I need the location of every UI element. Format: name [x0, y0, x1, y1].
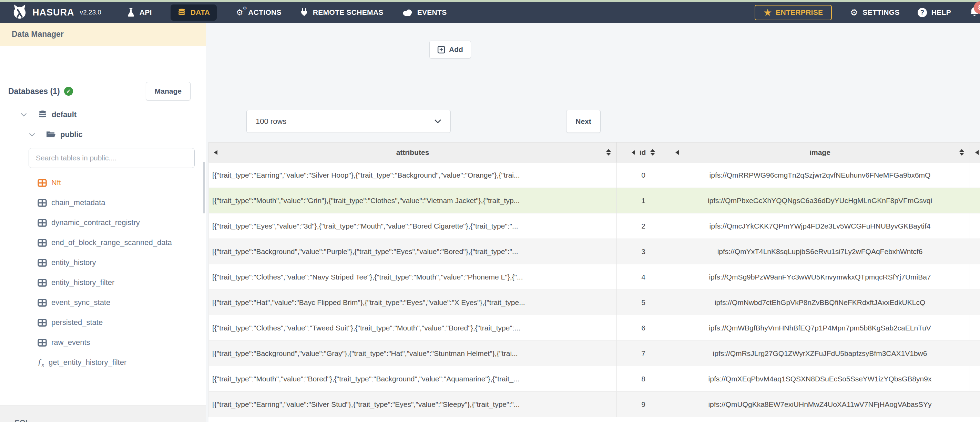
nav-menu: APIDATA⚙︎⚙︎ACTIONSREMOTE SCHEMASEVENTS	[127, 5, 447, 21]
cell-id[interactable]: 9	[617, 392, 670, 417]
sql-section-label[interactable]: SQL	[14, 418, 206, 422]
table-row[interactable]: [{"trait_type":"Earring","value":"Silver…	[208, 392, 980, 417]
table-row[interactable]: [{"trait_type":"Earring","value":"Silver…	[208, 162, 980, 188]
collapse-column-icon[interactable]	[675, 150, 679, 155]
nav-item-data[interactable]: DATA	[170, 5, 217, 21]
nav-item-actions[interactable]: ⚙︎⚙︎ACTIONS	[235, 8, 282, 16]
cell-image[interactable]: ipfs://QmWBgfBhyVmHNhBfEQ7p1P4Mpn7pm5b8K…	[670, 315, 970, 341]
sidebar-table-event_sync_state[interactable]: event_sync_state	[0, 293, 206, 313]
cell-overflow[interactable]	[970, 392, 980, 417]
cell-image[interactable]: ipfs://QmPbxeGcXhYQQNgsC6a36dDyYUcHgMLnG…	[670, 188, 970, 213]
table-grid-icon	[38, 299, 47, 307]
cell-overflow[interactable]	[970, 341, 980, 366]
cell-id[interactable]: 7	[617, 341, 670, 366]
table-row[interactable]: [{"trait_type":"Hat","value":"Bayc Flipp…	[208, 290, 980, 315]
cell-image[interactable]: ipfs://QmNwbd7ctEhGpVkP8nZvBBQfiNeFKRdxf…	[670, 290, 970, 315]
column-header-image[interactable]: image	[670, 142, 970, 162]
tree-node-database[interactable]: default	[0, 105, 206, 125]
sort-icon[interactable]	[650, 149, 655, 155]
sort-icon[interactable]	[959, 149, 964, 155]
sidebar-table-Nft[interactable]: Nft	[0, 173, 206, 193]
cell-overflow[interactable]	[970, 162, 980, 188]
cell-attributes[interactable]: [{"trait_type":"Clothes","value":"Tweed …	[208, 315, 617, 341]
next-page-button[interactable]: Next	[566, 110, 601, 133]
cell-attributes[interactable]: [{"trait_type":"Hat","value":"Bayc Flipp…	[208, 290, 617, 315]
notifications-button[interactable]: 8	[969, 5, 980, 19]
sidebar-table-dynamic_contract_registry[interactable]: dynamic_contract_registry	[0, 213, 206, 233]
table-row[interactable]: [{"trait_type":"Mouth","value":"Bored"},…	[208, 366, 980, 392]
search-tables-input[interactable]	[29, 148, 195, 168]
flask-icon	[127, 8, 135, 17]
sidebar-table-raw_events[interactable]: raw_events	[0, 333, 206, 352]
cell-attributes[interactable]: [{"trait_type":"Earring","value":"Silver…	[208, 392, 617, 417]
cell-overflow[interactable]	[970, 213, 980, 239]
cell-overflow[interactable]	[970, 290, 980, 315]
grid-header: attributesidimage	[208, 142, 980, 162]
cell-image[interactable]: ipfs://QmRsJLrg27GQ1ZWyrXZFuJFdU5bapfzsy…	[670, 341, 970, 366]
nav-item-settings[interactable]: ⚙︎ SETTINGS	[850, 7, 899, 18]
nav-item-help[interactable]: ? HELP	[918, 8, 951, 17]
cell-image[interactable]: ipfs://QmcJYkCKK7QPmYWjp4FD2e3Lv5WCGFuHN…	[670, 213, 970, 239]
gear-icon: ⚙︎	[850, 7, 858, 18]
cell-overflow[interactable]	[970, 315, 980, 341]
sidebar-scrollbar[interactable]	[203, 162, 205, 213]
column-header-attributes[interactable]: attributes	[208, 142, 617, 162]
table-row[interactable]: [{"trait_type":"Background","value":"Pur…	[208, 239, 980, 264]
cell-attributes[interactable]: [{"trait_type":"Clothes","value":"Navy S…	[208, 264, 617, 290]
connected-check-icon: ✓	[64, 87, 73, 96]
sidebar-table-entity_history[interactable]: entity_history	[0, 253, 206, 273]
cell-id[interactable]: 0	[617, 162, 670, 188]
cell-overflow[interactable]	[970, 264, 980, 290]
sidebar-footer[interactable]: SQL	[0, 406, 206, 422]
rows-per-page-select[interactable]: 100 rows	[247, 110, 451, 133]
table-row[interactable]: [{"trait_type":"Clothes","value":"Navy S…	[208, 264, 980, 290]
cell-image[interactable]: ipfs://QmXEqPbvM4aq1SQSXN8DSuEcSo5SseYW1…	[670, 366, 970, 392]
table-grid-icon	[38, 199, 47, 207]
cell-attributes[interactable]: [{"trait_type":"Background","value":"Pur…	[208, 239, 617, 264]
cell-attributes[interactable]: [{"trait_type":"Mouth","value":"Grin"},{…	[208, 188, 617, 213]
cell-attributes[interactable]: [{"trait_type":"Mouth","value":"Bored"},…	[208, 366, 617, 392]
nav-item-events[interactable]: EVENTS	[402, 8, 447, 16]
cell-attributes[interactable]: [{"trait_type":"Eyes","value":"3d"},{"tr…	[208, 213, 617, 239]
cell-image[interactable]: ipfs://QmRRPWG96cmgTn2qSzjwr2qvfNEuhunv6…	[670, 162, 970, 188]
cell-attributes[interactable]: [{"trait_type":"Background","value":"Gra…	[208, 341, 617, 366]
sidebar-table-chain_metadata[interactable]: chain_metadata	[0, 193, 206, 213]
table-row[interactable]: [{"trait_type":"Mouth","value":"Grin"},{…	[208, 188, 980, 213]
cell-image[interactable]: ipfs://QmYxT4LnK8sqLupjbS6eRvu1si7Ly2wFQ…	[670, 239, 970, 264]
cell-overflow[interactable]	[970, 188, 980, 213]
nav-item-api[interactable]: API	[127, 8, 152, 17]
column-header-id[interactable]: id	[617, 142, 670, 162]
brand[interactable]: HASURA v2.23.0	[12, 4, 101, 21]
cell-overflow[interactable]	[970, 239, 980, 264]
enterprise-button[interactable]: ★ ENTERPRISE	[755, 5, 832, 20]
sidebar-table-end_of_block_range_scanned_data[interactable]: end_of_block_range_scanned_data	[0, 233, 206, 253]
cell-overflow[interactable]	[970, 366, 980, 392]
cell-id[interactable]: 1	[617, 188, 670, 213]
tree-node-schema[interactable]: public	[0, 125, 206, 144]
collapse-column-icon[interactable]	[632, 150, 635, 155]
cell-id[interactable]: 8	[617, 366, 670, 392]
cell-attributes[interactable]: [{"trait_type":"Earring","value":"Silver…	[208, 162, 617, 188]
cell-id[interactable]: 2	[617, 213, 670, 239]
cell-image[interactable]: ipfs://QmUQgKka8EW7exiUHnMwZ4UoXA11wV7NF…	[670, 392, 970, 417]
cell-id[interactable]: 4	[617, 264, 670, 290]
table-row[interactable]: [{"trait_type":"Clothes","value":"Tweed …	[208, 315, 980, 341]
table-row[interactable]: [{"trait_type":"Background","value":"Gra…	[208, 341, 980, 366]
table-row[interactable]: [{"trait_type":"Eyes","value":"3d"},{"tr…	[208, 213, 980, 239]
add-row-button[interactable]: Add	[430, 41, 471, 59]
nav-right: ★ ENTERPRISE ⚙︎ SETTINGS ? HELP 8	[755, 5, 980, 20]
collapse-column-icon[interactable]	[975, 150, 978, 155]
sort-icon[interactable]	[606, 149, 611, 155]
sidebar-table-persisted_state[interactable]: persisted_state	[0, 313, 206, 333]
cell-id[interactable]: 6	[617, 315, 670, 341]
hasura-logo-icon	[12, 4, 27, 21]
sidebar-table-entity_history_filter[interactable]: entity_history_filter	[0, 273, 206, 293]
manage-button[interactable]: Manage	[146, 82, 191, 100]
cell-id[interactable]: 5	[617, 290, 670, 315]
nav-item-remote-schemas[interactable]: REMOTE SCHEMAS	[300, 8, 383, 17]
cell-image[interactable]: ipfs://QmSg9bPzW9anFYc3wWU5KnvymwkxQTpmq…	[670, 264, 970, 290]
data-grid: attributesidimage [{"trait_type":"Earrin…	[208, 142, 980, 422]
sidebar-function-get_entity_history_filter[interactable]: ƒxget_entity_history_filter	[0, 352, 206, 373]
cell-id[interactable]: 3	[617, 239, 670, 264]
collapse-column-icon[interactable]	[214, 150, 218, 155]
